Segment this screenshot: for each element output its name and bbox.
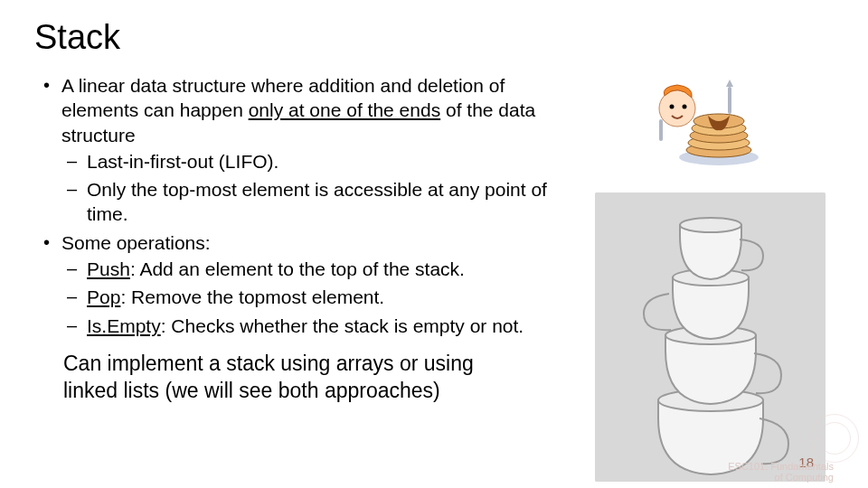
footer-line-1: ESC101: Fundamentals — [728, 461, 834, 472]
stacked-cups-image — [595, 192, 826, 482]
bullet-2-sub-1: Push: Add an element to the top of the s… — [87, 257, 579, 281]
bullet-1-sublist: Last-in-first-out (LIFO). Only the top-m… — [61, 149, 579, 227]
institution-seal-icon — [810, 414, 859, 463]
bullet-2-sub-3: Is.Empty: Checks whether the stack is em… — [87, 314, 579, 338]
bullet-2-text: Some operations: — [61, 232, 211, 253]
isempty-post: : Checks whether the stack is empty or n… — [161, 315, 524, 336]
slide-title: Stack — [34, 18, 841, 57]
pop-underline: Pop — [87, 286, 120, 307]
image-column — [579, 73, 841, 482]
slide: Stack A linear data structure where addi… — [0, 0, 868, 488]
text-column: A linear data structure where addition a… — [27, 73, 579, 405]
svg-rect-9 — [659, 119, 663, 141]
push-underline: Push — [87, 258, 130, 279]
bullet-list: A linear data structure where addition a… — [27, 73, 579, 338]
footer-text: ESC101: Fundamentals of Computing — [728, 461, 834, 483]
svg-point-15 — [680, 218, 741, 232]
svg-point-8 — [683, 105, 687, 109]
bullet-1-text-underline: only at one of the ends — [249, 99, 441, 120]
isempty-underline: Is.Empty — [87, 315, 161, 336]
bullet-2-sublist: Push: Add an element to the top of the s… — [61, 257, 579, 338]
bullet-1-sub-1: Last-in-first-out (LIFO). — [87, 149, 579, 174]
push-post: : Add an element to the top of the stack… — [130, 258, 465, 279]
pop-post: : Remove the topmost element. — [120, 286, 384, 307]
pancakes-image — [642, 73, 778, 182]
bullet-1: A linear data structure where addition a… — [61, 73, 579, 227]
svg-rect-10 — [728, 87, 731, 114]
svg-point-7 — [670, 105, 675, 109]
cups-icon — [595, 192, 826, 482]
closing-text: Can implement a stack using arrays or us… — [63, 351, 533, 405]
content-row: A linear data structure where addition a… — [27, 73, 841, 482]
footer-line-2: of Computing — [775, 472, 834, 483]
bullet-1-sub-2: Only the top-most element is accessible … — [87, 177, 579, 227]
bullet-2-sub-2: Pop: Remove the topmost element. — [87, 285, 579, 309]
pancakes-icon — [646, 78, 773, 177]
bullet-2: Some operations: Push: Add an element to… — [61, 230, 579, 338]
